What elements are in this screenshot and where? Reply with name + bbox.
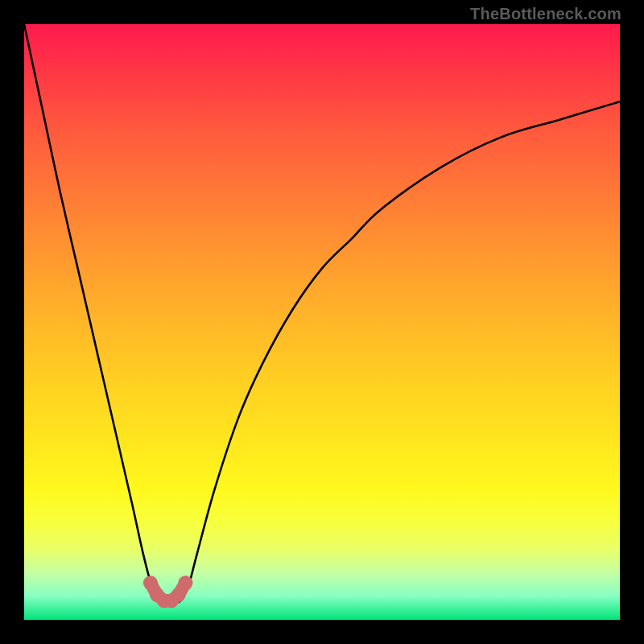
curve-overlay <box>24 24 620 620</box>
chart-frame: TheBottleneck.com <box>0 0 644 644</box>
bottleneck-curve <box>24 24 620 602</box>
minimum-marker-dot <box>179 576 193 590</box>
minimum-markers <box>143 576 193 608</box>
attribution-text: TheBottleneck.com <box>470 5 621 23</box>
plot-area <box>24 24 620 620</box>
